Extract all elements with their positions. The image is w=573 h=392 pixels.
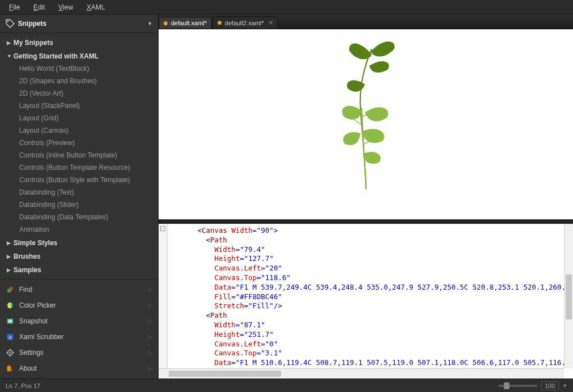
- caret-down-icon: ▼: [7, 53, 11, 59]
- tree-item[interactable]: Controls (Button Template Resource): [3, 161, 155, 174]
- tag-icon: [6, 19, 15, 28]
- tree-item[interactable]: Hello World (TextBlock): [3, 62, 155, 75]
- snippets-header[interactable]: Snippets ▼: [0, 15, 158, 33]
- tree-section-label: Getting Started with XAML: [13, 52, 98, 60]
- fold-toggle-icon[interactable]: −: [160, 226, 165, 231]
- menu-file[interactable]: File: [2, 1, 26, 13]
- tree-section-label: Simple Styles: [13, 239, 57, 247]
- about-icon: [6, 364, 15, 373]
- tree-item[interactable]: Databinding (Text): [3, 186, 155, 199]
- tool-label: About: [19, 364, 148, 372]
- tree-section[interactable]: ▼Getting Started with XAML: [3, 50, 155, 62]
- find-icon: [6, 285, 15, 294]
- dirty-indicator-icon: [218, 21, 222, 25]
- tree-item[interactable]: Layout (Canvas): [3, 124, 155, 137]
- zoom-value: 100: [545, 382, 555, 389]
- chevron-right-icon: ▷: [148, 318, 152, 324]
- tab-bar: default.xaml*default2.xaml*✕: [159, 15, 573, 29]
- caret-right-icon: ▶: [7, 267, 11, 273]
- menu-xaml[interactable]: XAML: [80, 1, 112, 13]
- dirty-indicator-icon: [164, 21, 168, 25]
- tool-label: Settings: [19, 349, 148, 357]
- colorpicker-icon: [6, 301, 15, 310]
- chevron-right-icon: ▷: [148, 350, 152, 355]
- snippets-header-label: Snippets: [18, 20, 47, 28]
- document-tab[interactable]: default.xaml*: [159, 17, 212, 29]
- tool-label: Color Picker: [19, 301, 148, 309]
- menubar: File Edit View XAML: [0, 0, 573, 15]
- tree-section[interactable]: ▶My Snippets: [3, 37, 155, 49]
- snapshot-icon: [6, 317, 15, 326]
- close-icon[interactable]: ✕: [268, 19, 273, 26]
- cursor-position: Ln 7, Pos 17: [6, 382, 40, 389]
- tool-settings[interactable]: Settings▷: [0, 345, 158, 361]
- tool-snapshot[interactable]: Snapshot▷: [0, 313, 158, 329]
- chevron-right-icon: ▷: [148, 366, 152, 371]
- tree-item[interactable]: 2D (Vector Art): [3, 87, 155, 100]
- tree-item[interactable]: Controls (Preview): [3, 137, 155, 149]
- menu-edit[interactable]: Edit: [26, 1, 52, 13]
- tab-label: default2.xaml*: [225, 20, 264, 26]
- tree-item[interactable]: Animation: [3, 223, 155, 236]
- status-bar: Ln 7, Pos 17 100 ▼: [0, 379, 573, 392]
- caret-right-icon: ▶: [7, 40, 11, 46]
- tree-item[interactable]: Databinding (Data Templates): [3, 211, 155, 223]
- tool-label: Find: [19, 286, 148, 294]
- svg-rect-5: [8, 319, 12, 322]
- editor-panel: default.xaml*default2.xaml*✕: [159, 15, 573, 379]
- chevron-right-icon: ▷: [148, 287, 152, 292]
- tree-item[interactable]: Databinding (Slider): [3, 199, 155, 211]
- zoom-dropdown-icon[interactable]: ▼: [562, 383, 567, 389]
- chevron-right-icon: ▷: [148, 303, 152, 308]
- tool-label: Xaml Scrubber: [19, 333, 148, 341]
- sidebar: Snippets ▼ ▶My Snippets▼Getting Started …: [0, 15, 159, 379]
- tree-item[interactable]: Layout (Grid): [3, 112, 155, 124]
- vertical-scrollbar[interactable]: [564, 224, 573, 368]
- caret-right-icon: ▶: [7, 240, 11, 246]
- tree-item[interactable]: 2D (Shapes and Brushes): [3, 75, 155, 87]
- tree-item[interactable]: Controls (Button Style with Template): [3, 174, 155, 186]
- svg-rect-14: [10, 367, 12, 372]
- tab-label: default.xaml*: [171, 20, 207, 26]
- tool-colorpicker[interactable]: Color Picker▷: [0, 298, 158, 313]
- snippet-tree: ▶My Snippets▼Getting Started with XAMLHe…: [0, 33, 158, 279]
- tree-item[interactable]: Controls (Inline Button Template): [3, 149, 155, 161]
- svg-point-3: [7, 303, 13, 309]
- caret-right-icon: ▶: [7, 254, 11, 259]
- zoom-slider[interactable]: [498, 385, 538, 387]
- tool-scrubber[interactable]: XXaml Scrubber▷: [0, 329, 158, 345]
- tool-find[interactable]: Find▷: [0, 282, 158, 298]
- chevron-right-icon: ▷: [148, 334, 152, 340]
- tree-section-label: My Snippets: [13, 39, 53, 47]
- svg-point-9: [9, 352, 11, 354]
- tree-section[interactable]: ▶Simple Styles: [3, 237, 155, 249]
- tree-section[interactable]: ▶Brushes: [3, 250, 155, 263]
- settings-icon: [6, 348, 15, 357]
- tree-section-label: Brushes: [13, 253, 40, 260]
- menu-view[interactable]: View: [52, 1, 80, 13]
- code-editor[interactable]: − <Canvas Width="90"> <Path Width="79.4"…: [159, 224, 573, 379]
- tool-list: Find▷Color Picker▷Snapshot▷XXaml Scrubbe…: [0, 279, 158, 379]
- dropdown-caret-icon[interactable]: ▼: [147, 21, 152, 26]
- scrubber-icon: X: [6, 332, 15, 341]
- tree-item[interactable]: Layout (StackPanel): [3, 100, 155, 112]
- svg-point-2: [7, 289, 11, 292]
- svg-text:X: X: [8, 335, 12, 340]
- svg-point-0: [7, 21, 9, 22]
- document-tab[interactable]: default2.xaml*✕: [213, 16, 279, 29]
- design-preview[interactable]: [159, 29, 573, 224]
- tool-about[interactable]: About▷: [0, 361, 158, 376]
- tree-section[interactable]: ▶Samples: [3, 264, 155, 276]
- tool-label: Snapshot: [19, 317, 148, 325]
- tree-section-label: Samples: [13, 266, 41, 274]
- horizontal-scrollbar[interactable]: [159, 368, 564, 379]
- plant-graphic: [321, 35, 411, 192]
